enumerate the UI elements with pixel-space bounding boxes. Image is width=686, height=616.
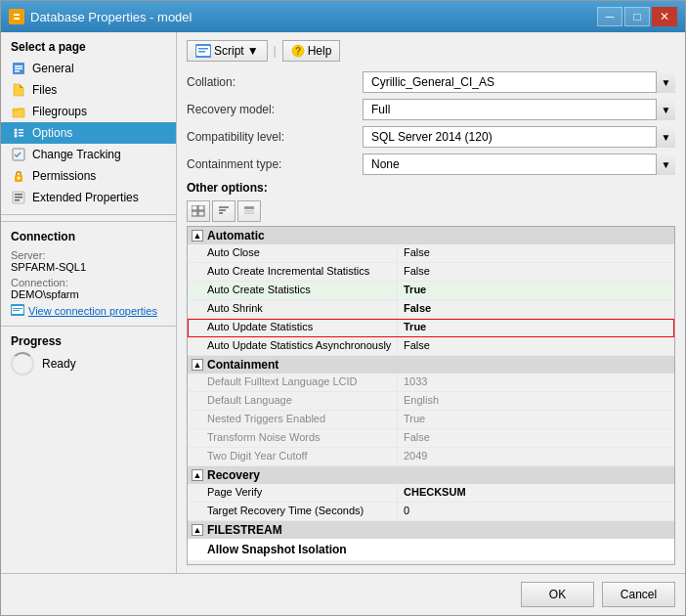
table-row: Default Fulltext Language LCID 1033 bbox=[188, 374, 674, 392]
svg-text:?: ? bbox=[295, 46, 301, 57]
left-panel: Select a page General Files Filegroups bbox=[1, 32, 177, 573]
allow-snapshot-row: Allow Snapshot Isolation bbox=[188, 539, 674, 560]
svg-rect-31 bbox=[198, 51, 205, 53]
svg-point-11 bbox=[15, 129, 18, 132]
connection-link-icon bbox=[11, 304, 24, 318]
view-grid-button[interactable] bbox=[187, 200, 210, 222]
filegroups-icon bbox=[11, 104, 26, 119]
svg-rect-30 bbox=[198, 48, 208, 50]
svg-rect-1 bbox=[14, 14, 20, 16]
collapse-containment[interactable]: ▲ bbox=[192, 359, 203, 371]
collapse-recovery[interactable]: ▲ bbox=[192, 469, 203, 481]
row-two-digit-year-value: 2049 bbox=[398, 448, 674, 465]
sidebar-item-permissions[interactable]: Permissions bbox=[1, 165, 176, 187]
left-panel-divider bbox=[1, 214, 176, 215]
window-icon bbox=[9, 9, 24, 24]
row-auto-create-stats-name: Auto Create Statistics bbox=[188, 282, 398, 299]
restore-button[interactable]: □ bbox=[624, 7, 650, 26]
sidebar-label-extended-properties: Extended Properties bbox=[32, 191, 139, 204]
row-auto-shrink-value: False bbox=[398, 300, 674, 318]
connection-value: DEMO\spfarm bbox=[11, 288, 166, 300]
row-auto-update-stats-value: True bbox=[398, 319, 674, 336]
containment-type-select[interactable]: None bbox=[363, 154, 675, 175]
svg-rect-27 bbox=[13, 310, 20, 311]
compatibility-level-select-wrapper: SQL Server 2014 (120) ▼ bbox=[363, 126, 675, 148]
sort-button[interactable] bbox=[212, 200, 236, 222]
sidebar-label-filegroups: Filegroups bbox=[32, 105, 87, 118]
svg-rect-35 bbox=[198, 205, 204, 210]
section-recovery-label: Recovery bbox=[207, 468, 260, 482]
section-automatic[interactable]: ▲ Automatic bbox=[188, 227, 674, 244]
section-containment[interactable]: ▲ Containment bbox=[188, 356, 674, 374]
sidebar-item-change-tracking[interactable]: Change Tracking bbox=[1, 144, 176, 165]
svg-marker-7 bbox=[14, 84, 23, 96]
cancel-button[interactable]: Cancel bbox=[602, 582, 675, 607]
svg-rect-2 bbox=[14, 18, 20, 20]
help-label: Help bbox=[308, 44, 332, 58]
help-button[interactable]: ? Help bbox=[282, 40, 341, 62]
svg-rect-21 bbox=[15, 194, 22, 196]
recovery-model-select[interactable]: Full bbox=[363, 99, 675, 120]
section-recovery[interactable]: ▲ Recovery bbox=[188, 466, 674, 484]
progress-spinner bbox=[11, 352, 34, 375]
row-nested-triggers-name: Nested Triggers Enabled bbox=[188, 411, 398, 428]
view-connection-link[interactable]: View connection properties bbox=[11, 304, 166, 318]
collation-select[interactable]: Cyrillic_General_CI_AS bbox=[363, 71, 675, 93]
allow-snapshot-label: Allow Snapshot Isolation bbox=[207, 543, 347, 556]
svg-rect-14 bbox=[19, 129, 23, 131]
table-row: Transform Noise Words False bbox=[188, 429, 674, 448]
collapse-automatic[interactable]: ▲ bbox=[192, 230, 203, 242]
table-row[interactable]: Auto Update Statistics True bbox=[188, 319, 674, 337]
select-page-header: Select a page bbox=[1, 32, 176, 58]
connection-header: Connection bbox=[11, 230, 166, 243]
row-default-lang-name: Default Language bbox=[188, 392, 398, 410]
sidebar-item-files[interactable]: Files bbox=[1, 79, 176, 101]
row-target-recovery-name: Target Recovery Time (Seconds) bbox=[188, 503, 398, 520]
table-row[interactable]: Auto Create Statistics True bbox=[188, 282, 674, 300]
row-auto-update-stats-name: Auto Update Statistics bbox=[188, 319, 398, 336]
bottom-bar: OK Cancel bbox=[1, 573, 685, 615]
table-row: Auto Update Statistics Asynchronously Fa… bbox=[188, 337, 674, 356]
ok-button[interactable]: OK bbox=[521, 582, 594, 607]
collation-label: Collation: bbox=[187, 75, 363, 89]
recovery-model-select-wrapper: Full ▼ bbox=[363, 99, 675, 120]
table-row: Auto Shrink False bbox=[188, 300, 674, 319]
svg-rect-22 bbox=[15, 197, 22, 198]
progress-content: Ready bbox=[11, 352, 166, 375]
script-button[interactable]: Script ▼ bbox=[187, 40, 268, 62]
row-auto-close-value: False bbox=[398, 244, 674, 262]
script-icon bbox=[195, 44, 211, 58]
compatibility-level-row: Compatibility level: SQL Server 2014 (12… bbox=[187, 126, 675, 148]
svg-rect-36 bbox=[192, 211, 197, 216]
sidebar-item-general[interactable]: General bbox=[1, 58, 176, 79]
categories-button[interactable] bbox=[237, 200, 261, 222]
grid-scroll[interactable]: ▲ Automatic Auto Close False Auto Create… bbox=[188, 227, 674, 564]
progress-header: Progress bbox=[11, 334, 166, 348]
containment-type-select-wrapper: None ▼ bbox=[363, 154, 675, 175]
progress-section: Progress Ready bbox=[1, 326, 176, 383]
sidebar-item-extended-properties[interactable]: Extended Properties bbox=[1, 187, 176, 208]
section-containment-label: Containment bbox=[207, 358, 279, 372]
svg-point-12 bbox=[15, 132, 18, 135]
svg-rect-37 bbox=[198, 211, 204, 216]
svg-rect-6 bbox=[15, 70, 20, 72]
collapse-filestream[interactable]: ▲ bbox=[192, 524, 203, 536]
svg-rect-5 bbox=[15, 68, 22, 70]
connection-label: Connection: bbox=[11, 277, 166, 288]
help-icon: ? bbox=[291, 44, 305, 58]
right-panel: Script ▼ | ? Help Collation: Cyrillic_Ge… bbox=[177, 32, 685, 573]
svg-rect-34 bbox=[192, 205, 197, 210]
close-button[interactable]: ✕ bbox=[652, 7, 677, 26]
svg-point-13 bbox=[15, 135, 18, 138]
svg-rect-41 bbox=[244, 206, 254, 209]
sidebar-item-options[interactable]: Options bbox=[1, 122, 176, 144]
svg-rect-26 bbox=[13, 308, 22, 309]
section-filestream[interactable]: ▲ FILESTREAM bbox=[188, 521, 674, 539]
minimize-button[interactable]: ─ bbox=[597, 7, 622, 26]
sidebar-item-filegroups[interactable]: Filegroups bbox=[1, 101, 176, 122]
table-row: Target Recovery Time (Seconds) 0 bbox=[188, 503, 674, 521]
compatibility-level-select[interactable]: SQL Server 2014 (120) bbox=[363, 126, 675, 148]
change-tracking-icon bbox=[11, 147, 26, 162]
table-row: Page Verify CHECKSUM bbox=[188, 484, 674, 503]
database-properties-window: Database Properties - model ─ □ ✕ Select… bbox=[0, 0, 686, 616]
